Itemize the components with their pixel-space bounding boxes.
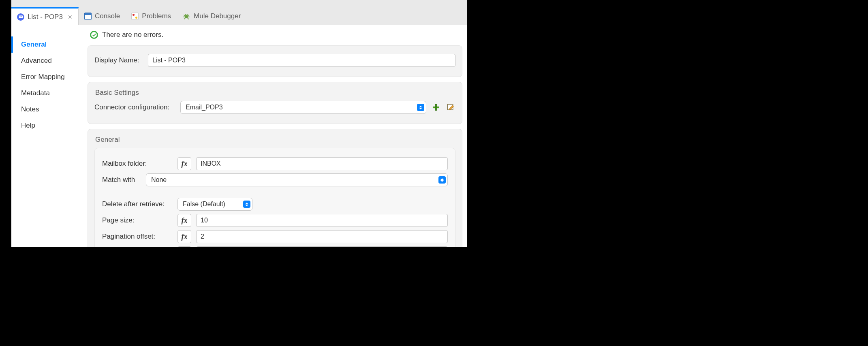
pagination-offset-input[interactable] <box>196 230 448 243</box>
tab-problems[interactable]: Problems <box>126 8 177 25</box>
add-config-button[interactable] <box>431 103 441 112</box>
match-with-value: None <box>151 176 167 184</box>
page-size-input[interactable] <box>196 214 448 227</box>
svg-point-0 <box>185 15 188 18</box>
tab-mule-debugger[interactable]: Mule Debugger <box>177 8 246 25</box>
chevron-updown-icon <box>438 176 446 184</box>
fx-button[interactable]: fx <box>177 246 191 247</box>
check-circle-icon <box>90 31 98 39</box>
delete-after-retrieve-label: Delete after retrieve: <box>102 200 173 208</box>
basic-settings-group: Basic Settings Connector configuration: … <box>88 82 462 124</box>
general-group: General Mailbox folder: fx Match with No… <box>88 129 462 247</box>
page-size-label: Page size: <box>102 216 173 224</box>
match-with-label: Match with <box>102 176 141 184</box>
properties-panel: There are no errors. Display Name: Basic… <box>84 25 467 247</box>
connector-config-label: Connector configuration: <box>94 103 175 111</box>
display-name-label: Display Name: <box>94 56 143 64</box>
fx-button[interactable]: fx <box>177 157 191 170</box>
display-name-input[interactable] <box>148 54 455 67</box>
close-icon[interactable]: ✕ <box>68 14 73 20</box>
fx-button[interactable]: fx <box>177 230 191 243</box>
tab-label: Console <box>95 12 120 20</box>
tab-label: List - POP3 <box>28 13 63 21</box>
delete-after-retrieve-value: False (Default) <box>183 201 225 208</box>
delete-after-retrieve-select[interactable]: False (Default) <box>177 198 252 211</box>
sidebar-item-advanced[interactable]: Advanced <box>11 53 84 69</box>
tab-list-pop3[interactable]: List - POP3 ✕ <box>11 7 79 25</box>
sidebar-item-help[interactable]: Help <box>11 117 84 134</box>
mailbox-folder-label: Mailbox folder: <box>102 160 173 168</box>
bug-icon <box>182 12 190 20</box>
limit-input[interactable] <box>196 246 448 247</box>
sidebar-item-error-mapping[interactable]: Error Mapping <box>11 69 84 85</box>
tab-label: Mule Debugger <box>194 12 241 20</box>
tab-strip: List - POP3 ✕ Console Problems Mule Debu… <box>11 0 467 25</box>
sidebar-item-metadata[interactable]: Metadata <box>11 85 84 101</box>
sidebar: General Advanced Error Mapping Metadata … <box>11 25 84 247</box>
tab-console[interactable]: Console <box>79 8 126 25</box>
problems-icon <box>131 13 139 20</box>
edit-config-button[interactable] <box>446 103 455 112</box>
pagination-offset-label: Pagination offset: <box>102 233 173 241</box>
tab-label: Problems <box>142 12 171 20</box>
chevron-updown-icon <box>417 104 424 111</box>
status-bar: There are no errors. <box>84 25 467 44</box>
console-icon <box>84 13 92 20</box>
connector-config-select[interactable]: Email_POP3 <box>180 101 426 114</box>
svg-rect-2 <box>433 107 439 108</box>
match-with-select[interactable]: None <box>146 173 448 186</box>
chevron-updown-icon <box>243 201 250 208</box>
general-title: General <box>95 136 455 144</box>
connector-config-value: Email_POP3 <box>186 104 223 111</box>
basic-settings-title: Basic Settings <box>95 89 455 97</box>
mailbox-folder-input[interactable] <box>196 157 448 170</box>
status-message: There are no errors. <box>102 31 163 39</box>
sidebar-item-general[interactable]: General <box>11 36 84 53</box>
fx-button[interactable]: fx <box>177 214 191 227</box>
envelope-icon <box>17 13 24 21</box>
sidebar-item-notes[interactable]: Notes <box>11 101 84 117</box>
display-name-group: Display Name: <box>88 45 462 77</box>
